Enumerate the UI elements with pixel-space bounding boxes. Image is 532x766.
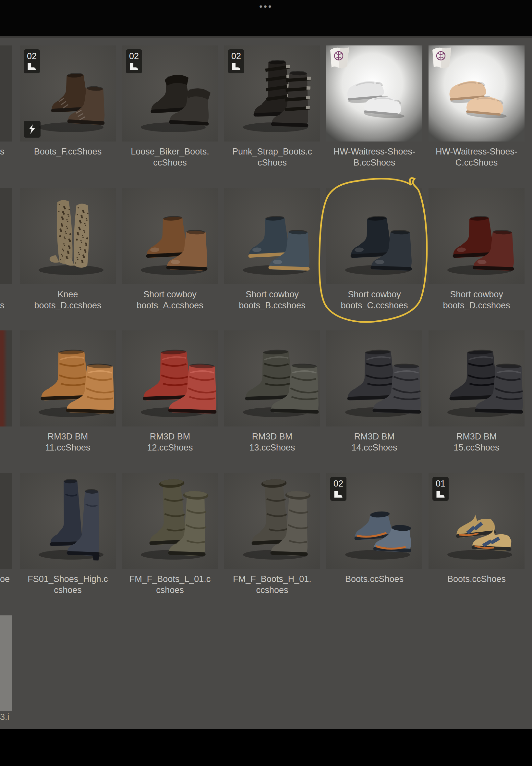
asset-label-line: C.ccShoes [421,157,532,168]
asset-thumbnail [326,45,422,141]
asset-card[interactable]: FS01_Shoes_High.ccshoes [20,473,116,569]
brand-flag-icon [329,47,350,73]
asset-label-line: RM3D BM [421,431,532,442]
asset-label-line: HW-Waitress-Shoes- [319,146,429,157]
asset-label-line: boots_B.ccshoes [217,300,327,311]
brand-flag-icon [431,47,453,73]
asset-thumbnail [20,473,116,569]
asset-thumbnail [429,188,525,284]
asset-label-line: boots_D.ccshoes [421,300,532,311]
asset-label: Loose_Biker_Boots.ccShoes [115,146,225,168]
asset-label-line: cshoes [115,585,225,596]
item-count: 02 [333,480,343,488]
partial-asset-card[interactable] [0,45,12,141]
asset-card[interactable]: HW-Waitress-Shoes-B.ccShoes [326,45,422,141]
partial-asset-card[interactable] [0,473,12,569]
physics-flame-badge [24,121,41,138]
asset-label-line: boots_A.ccshoes [115,300,225,311]
boot-count-icon [27,63,37,71]
partial-asset-card[interactable] [0,330,12,427]
asset-label-line: ccShoes [115,157,225,168]
asset-card[interactable]: RM3D BM13.ccShoes [224,330,320,427]
asset-label-line: Short cowboy [217,289,327,300]
truncated-label-fragment: s [0,146,15,157]
screen: ••• 02Boots_F.ccShoes 02Loose_Biker_Boot… [0,0,532,766]
asset-thumbnail: 01 [429,473,525,569]
truncated-label-fragment: s [0,300,15,311]
item-count: 01 [436,480,445,488]
more-dots-icon[interactable]: ••• [0,1,532,12]
asset-card[interactable]: RM3D BM14.ccShoes [326,330,422,427]
asset-card[interactable]: 01Boots.ccShoes [429,473,525,569]
asset-grid: 02Boots_F.ccShoes 02Loose_Biker_Boots.cc… [0,36,532,729]
partial-asset-card[interactable] [0,615,12,711]
asset-card[interactable]: 02Boots.ccShoes [326,473,422,569]
top-bar: ••• [0,0,532,36]
asset-card[interactable]: HW-Waitress-Shoes-C.ccShoes [429,45,525,141]
asset-card[interactable]: Short cowboyboots_B.ccshoes [224,188,320,284]
truncated-label-fragment: oe [0,574,15,585]
asset-label: Punk_Strap_Boots.ccShoes [217,146,327,168]
asset-label-line: 15.ccShoes [421,442,532,453]
asset-thumbnail: 02 [20,45,116,141]
asset-label-line: RM3D BM [319,431,429,442]
asset-card[interactable]: FM_F_Boots_H_01.ccshoes [224,473,320,569]
item-count-badge: 02 [126,49,142,73]
asset-card[interactable]: Short cowboyboots_A.ccshoes [122,188,218,284]
asset-card[interactable]: Short cowboyboots_C.ccshoes [326,188,422,284]
asset-label-line: Boots.ccShoes [421,574,532,585]
header-divider [0,36,532,38]
asset-card[interactable]: FM_F_Boots_L_01.ccshoes [122,473,218,569]
boot-count-icon [129,63,139,71]
asset-label-line: Loose_Biker_Boots. [115,146,225,157]
asset-label: RM3D BM11.ccShoes [13,431,123,453]
asset-label: Short cowboyboots_C.ccshoes [319,289,429,311]
asset-card[interactable]: 02Boots_F.ccShoes [20,45,116,141]
asset-label-line: cShoes [217,157,327,168]
asset-label: Boots.ccShoes [421,574,532,585]
asset-label: RM3D BM12.ccShoes [115,431,225,453]
asset-card[interactable]: 02Punk_Strap_Boots.ccShoes [224,45,320,141]
asset-label-line: boots_C.ccshoes [319,300,429,311]
asset-label-line: boots_D.ccshoes [13,300,123,311]
asset-label-line: Boots.ccShoes [319,574,429,585]
asset-label-line: ccshoes [217,585,327,596]
asset-label-line: 14.ccShoes [319,442,429,453]
truncated-label-fragment: 3.i [0,711,19,723]
asset-label-line: RM3D BM [115,431,225,442]
asset-thumbnail [429,330,525,427]
asset-label: Boots.ccShoes [319,574,429,585]
asset-label: RM3D BM13.ccShoes [217,431,327,453]
asset-label-line: Boots_F.ccShoes [13,146,123,157]
asset-thumbnail [326,330,422,427]
asset-label: HW-Waitress-Shoes-C.ccShoes [421,146,532,168]
item-count-badge: 02 [228,49,244,73]
asset-card[interactable]: Kneeboots_D.ccshoes [20,188,116,284]
brand-flag [329,47,350,73]
asset-card[interactable]: 02Loose_Biker_Boots.ccShoes [122,45,218,141]
asset-label-line: 12.ccShoes [115,442,225,453]
asset-label-line: 11.ccShoes [13,442,123,453]
asset-thumbnail [224,330,320,427]
asset-label-line: RM3D BM [217,431,327,442]
asset-label: HW-Waitress-Shoes-B.ccShoes [319,146,429,168]
partial-asset-card[interactable] [0,188,12,284]
asset-card[interactable]: RM3D BM15.ccShoes [429,330,525,427]
asset-thumbnail: 02 [224,45,320,141]
item-count-badge: 01 [432,477,449,501]
asset-thumbnail [224,473,320,569]
asset-thumbnail [20,330,116,427]
item-count-badge: 02 [24,49,40,73]
asset-label-line: FS01_Shoes_High.c [13,574,123,585]
asset-label-line: Short cowboy [115,289,225,300]
bottom-bar [0,729,532,766]
asset-card[interactable]: RM3D BM11.ccShoes [20,330,116,427]
asset-label-line: FM_F_Boots_L_01.c [115,574,225,585]
boot-count-icon [436,490,445,498]
asset-label: FM_F_Boots_L_01.ccshoes [115,574,225,596]
asset-label: FS01_Shoes_High.ccshoes [13,574,123,596]
asset-card[interactable]: Short cowboyboots_D.ccshoes [429,188,525,284]
asset-card[interactable]: RM3D BM12.ccShoes [122,330,218,427]
asset-label: RM3D BM15.ccShoes [421,431,532,453]
asset-thumbnail [122,188,218,284]
